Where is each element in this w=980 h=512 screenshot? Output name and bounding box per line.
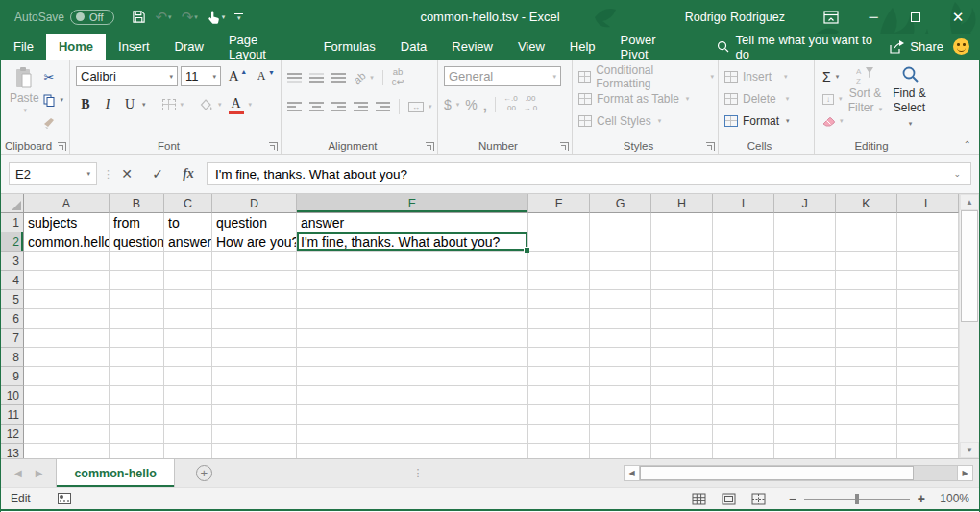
- cell-A6[interactable]: [24, 309, 110, 329]
- zoom-in-button[interactable]: +: [918, 491, 925, 506]
- row-header-12[interactable]: 12: [1, 425, 24, 444]
- column-header-L[interactable]: L: [897, 194, 959, 213]
- cell-K8[interactable]: [836, 348, 897, 367]
- cell-E12[interactable]: [297, 425, 528, 444]
- font-family-combo[interactable]: Calibri▾: [76, 66, 178, 86]
- cell-H10[interactable]: [651, 386, 713, 405]
- wrap-text-button[interactable]: abc↩: [392, 68, 404, 87]
- row-header-9[interactable]: 9: [1, 367, 24, 386]
- increase-decimal-button[interactable]: ←.0.00: [503, 95, 518, 114]
- cell-A5[interactable]: [24, 290, 110, 309]
- tab-splitter-handle[interactable]: ⋮: [404, 459, 430, 487]
- accounting-format-button[interactable]: $▾: [444, 95, 459, 114]
- horizontal-scrollbar[interactable]: ◀ ▶: [624, 459, 979, 487]
- cell-A11[interactable]: [24, 405, 110, 425]
- tab-insert[interactable]: Insert: [106, 34, 162, 60]
- column-header-J[interactable]: J: [774, 194, 836, 213]
- cell-A3[interactable]: [24, 252, 110, 271]
- cell-A9[interactable]: [24, 367, 110, 386]
- font-color-button[interactable]: A▾: [227, 95, 255, 114]
- column-header-E[interactable]: E: [297, 194, 528, 213]
- cell-K3[interactable]: [836, 252, 897, 271]
- new-sheet-button[interactable]: +: [196, 459, 212, 487]
- cell-A12[interactable]: [24, 425, 110, 444]
- row-header-3[interactable]: 3: [1, 252, 24, 271]
- cell-K5[interactable]: [836, 290, 897, 309]
- page-layout-view-button[interactable]: [722, 493, 736, 505]
- delete-cells-button[interactable]: Delete▾: [724, 88, 790, 110]
- cell-L1[interactable]: [897, 213, 959, 232]
- cell-E6[interactable]: [297, 309, 528, 329]
- cell-K9[interactable]: [836, 367, 897, 386]
- cell-E5[interactable]: [297, 290, 528, 309]
- cell-B10[interactable]: [110, 386, 164, 405]
- cell-L2[interactable]: [897, 232, 959, 252]
- fill-color-button[interactable]: ▾: [198, 95, 224, 114]
- cell-B13[interactable]: [110, 444, 164, 458]
- format-as-table-button[interactable]: Format as Table▾: [578, 88, 714, 110]
- italic-button[interactable]: I: [98, 95, 117, 114]
- paste-button[interactable]: Paste ▾: [7, 63, 41, 136]
- cell-J12[interactable]: [774, 425, 836, 444]
- vertical-scroll-track[interactable]: [960, 322, 979, 442]
- cell-L10[interactable]: [897, 386, 959, 405]
- insert-function-button[interactable]: fx: [176, 162, 201, 185]
- cell-A1[interactable]: subjects: [24, 213, 110, 232]
- column-header-I[interactable]: I: [713, 194, 774, 213]
- number-format-combo[interactable]: General▾: [444, 66, 561, 86]
- alignment-dialog-launcher[interactable]: [426, 142, 434, 151]
- cell-I9[interactable]: [713, 367, 774, 386]
- cell-B7[interactable]: [110, 329, 164, 348]
- enter-button[interactable]: ✓: [145, 162, 170, 185]
- cell-H7[interactable]: [651, 329, 713, 348]
- font-dialog-launcher[interactable]: [269, 142, 278, 151]
- cell-C12[interactable]: [164, 425, 212, 444]
- cell-I5[interactable]: [713, 290, 774, 309]
- cell-D1[interactable]: question: [212, 213, 297, 232]
- bold-button[interactable]: B: [76, 95, 95, 114]
- cell-F9[interactable]: [528, 367, 590, 386]
- cell-E13[interactable]: [297, 444, 528, 458]
- copy-caret[interactable]: ▾: [60, 96, 63, 104]
- autosave-toggle[interactable]: AutoSave Off: [14, 10, 114, 25]
- customize-qat-button[interactable]: ▾: [231, 12, 247, 22]
- format-cells-button[interactable]: Format▾: [724, 110, 790, 132]
- cell-C6[interactable]: [164, 309, 212, 329]
- cell-D9[interactable]: [212, 367, 297, 386]
- cell-D12[interactable]: [212, 425, 297, 444]
- cell-J13[interactable]: [774, 444, 836, 458]
- cell-D2[interactable]: How are you?: [212, 232, 297, 252]
- zoom-slider-thumb[interactable]: [855, 494, 859, 504]
- user-name[interactable]: Rodrigo Rodriguez: [685, 11, 785, 24]
- cell-G11[interactable]: [590, 405, 651, 425]
- cell-L11[interactable]: [897, 405, 959, 425]
- decrease-font-button[interactable]: A▼: [252, 67, 277, 86]
- cell-H9[interactable]: [651, 367, 713, 386]
- bottom-align-button[interactable]: [331, 73, 346, 83]
- vertical-scrollbar[interactable]: ▲ ▼: [959, 194, 979, 458]
- cell-B11[interactable]: [110, 405, 164, 425]
- cell-K11[interactable]: [836, 405, 897, 425]
- sheet-next-arrow[interactable]: ▶: [36, 468, 43, 478]
- cell-L9[interactable]: [897, 367, 959, 386]
- cell-B12[interactable]: [110, 425, 164, 444]
- name-box[interactable]: E2 ▾: [9, 162, 97, 185]
- page-break-view-button[interactable]: [751, 493, 766, 505]
- redo-caret[interactable]: ▾: [194, 13, 198, 21]
- close-button[interactable]: ✕: [937, 0, 979, 34]
- select-all-corner[interactable]: [1, 194, 24, 213]
- cell-C2[interactable]: answer: [164, 232, 212, 252]
- cell-L6[interactable]: [897, 309, 959, 329]
- tab-file[interactable]: File: [1, 34, 46, 60]
- maximize-button[interactable]: [894, 0, 937, 34]
- autosum-button[interactable]: Σ▾: [821, 67, 845, 86]
- middle-align-button[interactable]: [309, 73, 324, 83]
- styles-dialog-launcher[interactable]: [706, 142, 715, 151]
- tab-formulas[interactable]: Formulas: [311, 34, 388, 60]
- cell-G6[interactable]: [590, 309, 651, 329]
- tab-page-layout[interactable]: Page Layout: [216, 34, 311, 60]
- horizontal-scroll-thumb[interactable]: [640, 466, 914, 480]
- align-right-button[interactable]: [331, 102, 346, 111]
- cell-J5[interactable]: [774, 290, 836, 309]
- cell-A2[interactable]: common.hello: [24, 232, 110, 252]
